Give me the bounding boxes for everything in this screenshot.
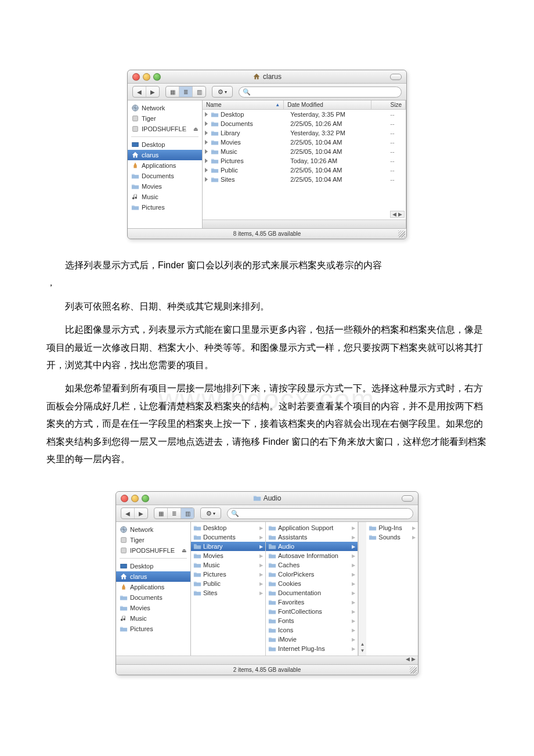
sidebar-item[interactable]: clarus	[116, 571, 190, 582]
disclosure-triangle[interactable]	[205, 177, 208, 182]
sidebar-item[interactable]: Desktop	[128, 139, 202, 150]
icon-view-button[interactable]: ▦	[154, 508, 168, 519]
search-field[interactable]: 🔍	[239, 87, 402, 98]
size-header[interactable]: Size	[371, 100, 406, 109]
table-row[interactable]: Documents2/25/05, 10:26 AM--	[203, 119, 406, 128]
table-row[interactable]: Music2/25/05, 10:04 AM--	[203, 147, 406, 156]
sidebar-item[interactable]: Documents	[128, 171, 202, 181]
file-size: --	[379, 139, 406, 146]
table-row[interactable]: LibraryYesterday, 3:32 PM--	[203, 128, 406, 138]
column-item[interactable]: Fonts▶	[266, 616, 358, 625]
column-item[interactable]: Application Support▶	[266, 523, 358, 532]
sidebar-item[interactable]: IPODSHUFFLE⏏	[128, 124, 202, 134]
column-item[interactable]: Internet Plug-Ins▶	[266, 644, 358, 653]
resize-grip[interactable]	[410, 667, 417, 674]
sidebar-item[interactable]: Pictures	[116, 624, 190, 634]
search-field[interactable]: 🔍	[227, 508, 413, 519]
sidebar-item[interactable]: clarus	[128, 150, 202, 160]
sidebar-item[interactable]: Tiger	[116, 535, 190, 545]
icon-view-button[interactable]: ▦	[166, 87, 179, 97]
status-bar: 8 items, 4.85 GB available	[128, 228, 406, 239]
column-item[interactable]: Movies▶	[191, 551, 265, 560]
zoom-button[interactable]	[153, 73, 161, 81]
column-item[interactable]: Caches▶	[266, 560, 358, 570]
list-view-button[interactable]: ≣	[168, 508, 181, 519]
sidebar-item[interactable]: Network	[128, 103, 202, 113]
column-view-button[interactable]: ▥	[193, 87, 205, 97]
sidebar-item[interactable]: Pictures	[128, 202, 202, 213]
column-item[interactable]: Assistants▶	[266, 532, 358, 542]
column-item[interactable]: Documents▶	[191, 532, 265, 542]
scroll-nav[interactable]: ◀ ▶	[406, 656, 416, 662]
toolbar-toggle[interactable]	[402, 495, 413, 502]
table-row[interactable]: Sites2/25/05, 10:04 AM--	[203, 175, 406, 184]
name-header[interactable]: Name▲	[203, 100, 284, 109]
search-input[interactable]	[253, 88, 398, 96]
disclosure-triangle[interactable]	[205, 112, 208, 117]
column-item[interactable]: Favorites▶	[266, 597, 358, 607]
column-item[interactable]: Autosave Information▶	[266, 551, 358, 560]
zoom-button[interactable]	[142, 495, 149, 502]
column-item[interactable]: Music▶	[191, 560, 265, 570]
action-menu[interactable]: ⚙▾	[212, 86, 233, 98]
search-input[interactable]	[241, 510, 409, 517]
minimize-button[interactable]	[143, 73, 150, 81]
disclosure-triangle[interactable]	[205, 131, 208, 135]
date-header[interactable]: Date Modified	[284, 100, 371, 109]
column-item[interactable]: FontCollections▶	[266, 607, 358, 616]
column-item[interactable]: Audio▶	[266, 542, 358, 551]
table-row[interactable]: Public2/25/05, 10:04 AM--	[203, 165, 406, 175]
close-button[interactable]	[132, 73, 140, 81]
list-view-button[interactable]: ≣	[179, 87, 193, 97]
sidebar-item[interactable]: Movies	[116, 603, 190, 613]
column-view-button[interactable]: ▥	[181, 508, 194, 519]
chevron-right-icon: ▶	[352, 646, 355, 651]
disclosure-triangle[interactable]	[205, 121, 208, 126]
disclosure-triangle[interactable]	[205, 140, 208, 145]
toolbar-toggle[interactable]	[390, 74, 402, 80]
column-item[interactable]: Plug-Ins▶	[366, 523, 418, 532]
sidebar-item[interactable]: IPODSHUFFLE⏏	[116, 545, 190, 556]
back-button[interactable]: ◀	[133, 87, 146, 97]
column-item[interactable]: Pictures▶	[191, 570, 265, 579]
chevron-right-icon: ▶	[259, 544, 263, 549]
column-item[interactable]: Desktop▶	[191, 523, 265, 532]
resize-grip[interactable]	[398, 231, 405, 237]
forward-button[interactable]: ▶	[135, 508, 147, 519]
sidebar-item[interactable]: Documents	[116, 592, 190, 603]
sidebar-item[interactable]: Music	[116, 613, 190, 624]
column-item[interactable]: ColorPickers▶	[266, 570, 358, 579]
sidebar-item[interactable]: Applications	[128, 160, 202, 171]
column-item[interactable]: Documentation▶	[266, 588, 358, 597]
column-item[interactable]: Cookies▶	[266, 579, 358, 588]
column-item[interactable]: Sites▶	[191, 588, 265, 597]
disclosure-triangle[interactable]	[205, 159, 208, 163]
column-item[interactable]: Icons▶	[266, 625, 358, 635]
minimize-button[interactable]	[131, 495, 139, 502]
column-item[interactable]: Library▶	[191, 542, 265, 551]
sidebar-item[interactable]: Network	[116, 524, 190, 535]
disclosure-triangle[interactable]	[205, 149, 208, 154]
sidebar-item[interactable]: Applications	[116, 582, 190, 592]
sidebar-item[interactable]: Movies	[128, 181, 202, 192]
forward-button[interactable]: ▶	[146, 87, 159, 97]
eject-icon[interactable]: ⏏	[193, 126, 199, 132]
column-item[interactable]: iMovie▶	[266, 635, 358, 644]
table-row[interactable]: PicturesToday, 10:26 AM--	[203, 156, 406, 165]
column-scrollbar[interactable]: ▲▼	[358, 522, 367, 656]
sidebar-item[interactable]: Tiger	[128, 113, 202, 124]
column-item[interactable]: Sounds▶	[366, 532, 418, 542]
column-item[interactable]: Public▶	[191, 579, 265, 588]
table-row[interactable]: DesktopYesterday, 3:35 PM--	[203, 110, 406, 119]
back-button[interactable]: ◀	[121, 508, 135, 519]
scroll-nav[interactable]: ◀ ▶	[390, 211, 405, 218]
action-menu[interactable]: ⚙▾	[200, 507, 221, 519]
sidebar-item[interactable]: Music	[128, 192, 202, 202]
close-button[interactable]	[121, 495, 128, 502]
eject-icon[interactable]: ⏏	[182, 548, 187, 553]
table-row[interactable]: Movies2/25/05, 10:04 AM--	[203, 138, 406, 147]
column-item-label: Documentation	[278, 589, 321, 596]
horizontal-scrollbar[interactable]	[203, 219, 406, 228]
disclosure-triangle[interactable]	[205, 168, 208, 172]
sidebar-item[interactable]: Desktop	[116, 561, 190, 571]
